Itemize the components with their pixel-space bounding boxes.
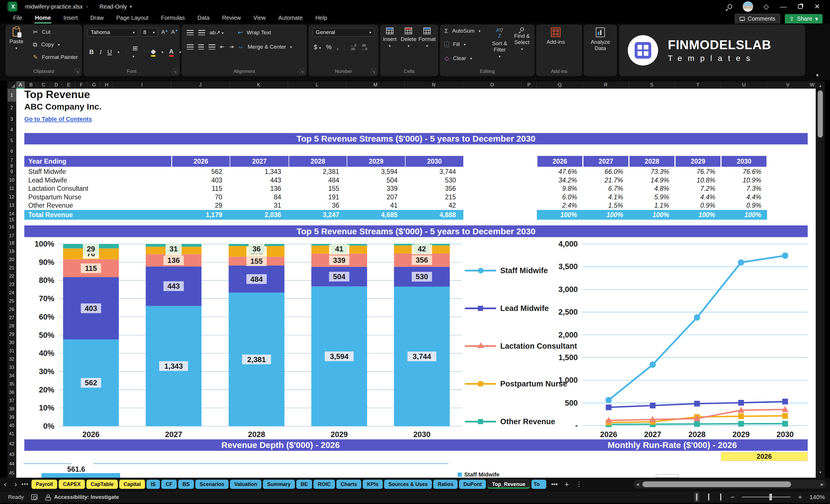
column-header-F[interactable]: F xyxy=(75,81,88,89)
row-header-17[interactable]: 17 xyxy=(7,233,16,239)
row-header-12[interactable]: 12 xyxy=(7,193,16,201)
comments-button[interactable]: Comments xyxy=(735,14,780,24)
row-header-25[interactable]: 25 xyxy=(7,297,16,306)
row-header-31[interactable]: 31 xyxy=(7,347,16,355)
zoom-level[interactable]: 140% xyxy=(809,494,825,501)
menu-automate[interactable]: Automate xyxy=(273,13,308,24)
row-header-11[interactable]: 11 xyxy=(7,185,16,193)
fill-button[interactable]: ↓ Fill▾ xyxy=(444,41,466,48)
column-header-I[interactable]: I xyxy=(113,81,171,89)
sheet-tab-sources-uses[interactable]: Sources & Uses xyxy=(384,480,432,489)
row-header-22[interactable]: 22 xyxy=(7,272,16,281)
horizontal-scroll-thumb[interactable] xyxy=(642,481,791,487)
avatar[interactable] xyxy=(742,1,753,12)
row-header-34[interactable]: 34 xyxy=(7,372,16,380)
menu-draw[interactable]: Draw xyxy=(85,13,109,24)
tab-overflow-icon[interactable]: ••• xyxy=(548,480,561,488)
menu-review[interactable]: Review xyxy=(217,13,246,24)
copy-button[interactable]: ⧉ Copy▾ xyxy=(33,41,60,48)
row-header-1[interactable]: 1 xyxy=(7,89,16,102)
sheet-tab-cf[interactable]: CF xyxy=(161,480,177,489)
increase-indent-icon[interactable]: ⇥ xyxy=(229,43,234,50)
column-header-J[interactable]: J xyxy=(171,81,230,89)
align-top-icon[interactable] xyxy=(187,30,194,35)
column-header-S[interactable]: S xyxy=(629,81,675,89)
row-header-5[interactable]: 5 xyxy=(7,135,16,147)
menu-view[interactable]: View xyxy=(248,13,271,24)
column-header-U[interactable]: U xyxy=(721,81,767,89)
clipboard-dialog-launcher[interactable]: ↘ xyxy=(75,69,80,74)
font-size-select[interactable]: 8▾ xyxy=(140,28,158,37)
sheet-tab-top-revenue[interactable]: Top_Revenue xyxy=(487,480,530,489)
worksheet[interactable]: Top Revenue ABC Company Inc. Go to Table… xyxy=(16,89,816,478)
column-header-B[interactable]: B xyxy=(25,81,37,89)
addins-button[interactable]: Add-ins xyxy=(547,28,565,45)
page-break-view-button[interactable] xyxy=(719,492,723,502)
accessibility-status[interactable]: Accessibility: Investigate xyxy=(54,494,119,500)
column-header-K[interactable]: K xyxy=(230,81,288,89)
paste-button[interactable]: Paste▾ xyxy=(9,28,24,51)
column-header-O[interactable]: O xyxy=(463,81,521,89)
read-only-badge[interactable]: Read-Only xyxy=(99,3,127,10)
shrink-font-icon[interactable]: A▼ xyxy=(171,29,179,35)
row-header-30[interactable]: 30 xyxy=(7,339,16,347)
sheet-tab-summary[interactable]: Summary xyxy=(263,480,295,489)
format-painter-button[interactable]: ✎ Format Painter xyxy=(33,54,78,61)
minimize-button[interactable]: — xyxy=(779,3,788,10)
normal-view-button[interactable] xyxy=(695,492,699,502)
scroll-left-icon[interactable]: ◀ xyxy=(634,482,641,486)
font-family-select[interactable]: Tahoma▾ xyxy=(88,28,138,37)
bold-button[interactable]: B xyxy=(89,48,94,56)
insert-cells-button[interactable]: Insert▾ xyxy=(383,28,397,48)
align-right-icon[interactable] xyxy=(209,44,215,50)
row-header-16[interactable]: 16 xyxy=(7,221,16,233)
row-header-28[interactable]: 28 xyxy=(7,322,16,330)
scroll-right-icon[interactable]: ▶ xyxy=(819,482,826,486)
prev-sheet-icon[interactable]: ‹ xyxy=(0,480,10,489)
chevron-down-icon[interactable]: ▾ xyxy=(118,50,120,54)
row-header-40[interactable]: 40 xyxy=(7,421,16,430)
row-header-19[interactable]: 19 xyxy=(7,247,16,256)
zoom-in-icon[interactable]: + xyxy=(798,493,802,501)
vertical-scroll-thumb[interactable] xyxy=(818,90,823,137)
menu-home[interactable]: Home xyxy=(30,13,56,24)
column-header-H[interactable]: H xyxy=(100,81,113,89)
sheet-tab-bs[interactable]: BS xyxy=(178,480,194,489)
row-header-21[interactable]: 21 xyxy=(7,264,16,272)
row-header-2[interactable]: 2 xyxy=(7,102,16,114)
sheet-tab-dupont[interactable]: DuPont xyxy=(459,480,486,489)
column-header-N[interactable]: N xyxy=(405,81,463,89)
next-sheet-icon[interactable]: › xyxy=(10,480,21,489)
percent-format-icon[interactable]: % xyxy=(326,43,332,51)
premium-gem-icon[interactable]: ◇ xyxy=(764,3,769,10)
row-header-20[interactable]: 20 xyxy=(7,256,16,264)
tab-menu-icon[interactable]: ⋮ xyxy=(572,480,585,488)
column-header-D[interactable]: D xyxy=(50,81,63,89)
chevron-down-icon[interactable]: ▾ xyxy=(179,50,181,54)
sheet-tab-roic[interactable]: ROIC xyxy=(314,480,335,489)
row-header-43[interactable]: 43 xyxy=(7,450,16,460)
close-button[interactable]: ✕ xyxy=(813,3,822,10)
currency-format-icon[interactable]: $ ▾ xyxy=(314,43,321,51)
cut-button[interactable]: ✂ Cut xyxy=(33,29,50,35)
column-header-A[interactable]: A xyxy=(16,81,25,89)
scroll-down-icon[interactable]: ▼ xyxy=(816,470,825,475)
row-header-6[interactable]: 6 xyxy=(7,147,16,156)
sheet-tab-is[interactable]: IS xyxy=(147,480,160,489)
column-header-M[interactable]: M xyxy=(346,81,405,89)
menu-help[interactable]: Help xyxy=(310,13,332,24)
sheet-tab-capital[interactable]: Capital xyxy=(119,480,145,489)
number-format-select[interactable]: General▾ xyxy=(313,28,374,37)
sheet-tab-captable[interactable]: CapTable xyxy=(86,480,118,489)
menu-file[interactable]: File xyxy=(8,13,28,24)
column-header-L[interactable]: L xyxy=(288,81,346,89)
zoom-out-icon[interactable]: − xyxy=(731,493,734,501)
row-header-35[interactable]: 35 xyxy=(7,380,16,388)
restore-button[interactable] xyxy=(798,4,802,9)
row-header-42[interactable]: 42 xyxy=(7,438,16,450)
row-header-45[interactable]: 45 xyxy=(7,469,16,478)
page-layout-view-button[interactable] xyxy=(706,492,711,502)
underline-button[interactable]: U xyxy=(107,48,112,56)
fill-color-icon[interactable]: ◆ xyxy=(151,48,156,57)
row-header-39[interactable]: 39 xyxy=(7,413,16,421)
